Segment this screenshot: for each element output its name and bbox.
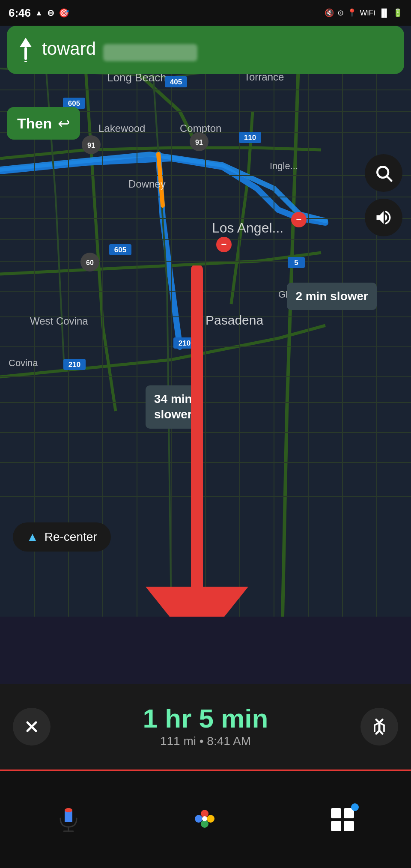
svg-text:5: 5 xyxy=(294,259,298,267)
svg-text:91: 91 xyxy=(195,139,203,146)
nav-street-blurred xyxy=(103,44,197,61)
traffic-delay-box-1: 2 min slower xyxy=(287,283,377,310)
battery-icon: 🔋 xyxy=(393,8,402,18)
svg-text:110: 110 xyxy=(244,134,256,142)
volume-button[interactable] xyxy=(365,199,402,236)
microphone-button[interactable] xyxy=(47,798,90,841)
svg-text:Los Angel...: Los Angel... xyxy=(212,220,283,236)
then-turn-arrow: ↩ xyxy=(58,115,70,132)
google-assistant-button[interactable] xyxy=(184,798,227,841)
nav-instruction-banner: toward xyxy=(7,26,404,74)
svg-rect-86 xyxy=(331,821,341,831)
svg-rect-87 xyxy=(344,821,354,831)
then-label: Then xyxy=(17,115,52,132)
traffic-delay-box-2: 34 minslower xyxy=(146,385,201,429)
svg-text:605: 605 xyxy=(68,99,80,107)
apps-button[interactable] xyxy=(321,798,364,841)
recenter-label: Re-center xyxy=(45,530,97,544)
eta-section: 1 hr 5 min 111 mi • 8:41 AM xyxy=(51,705,360,748)
svg-text:605: 605 xyxy=(114,246,126,254)
svg-text:210: 210 xyxy=(68,361,80,369)
svg-line-67 xyxy=(387,176,391,181)
location-icon: 📍 xyxy=(347,8,357,18)
direction-arrow-up xyxy=(20,38,32,62)
svg-text:Lakewood: Lakewood xyxy=(98,122,145,134)
signal-icon: ▐▌ xyxy=(378,9,390,18)
svg-text:60: 60 xyxy=(86,259,94,266)
svg-text:Compton: Compton xyxy=(180,122,221,134)
svg-text:91: 91 xyxy=(87,142,95,149)
svg-text:Covina: Covina xyxy=(9,358,38,368)
mute-icon: 🔇 xyxy=(325,8,334,18)
google-assistant-icon xyxy=(188,802,223,837)
mic-icon xyxy=(54,805,83,835)
search-button[interactable] xyxy=(365,154,402,192)
status-time: 6:46 xyxy=(9,6,31,20)
svg-text:210: 210 xyxy=(179,339,191,347)
svg-text:Downey: Downey xyxy=(128,178,166,190)
bottom-nav-panel: 1 hr 5 min 111 mi • 8:41 AM xyxy=(0,684,411,770)
eta-dot: • xyxy=(200,734,207,748)
svg-text:Pasadena: Pasadena xyxy=(206,313,263,327)
nav-instruction-text: toward xyxy=(42,39,197,62)
wifi-icon: WiFi xyxy=(360,9,375,18)
svg-text:405: 405 xyxy=(170,78,182,86)
steering-wheel-icon: 🎯 xyxy=(59,8,69,18)
minus-circle-icon: ⊖ xyxy=(47,8,54,18)
recenter-button[interactable]: ▲ Re-center xyxy=(13,522,111,552)
svg-text:Ingle...: Ingle... xyxy=(270,161,298,171)
apps-notification-dot xyxy=(351,803,359,811)
svg-text:West Covina: West Covina xyxy=(30,315,88,327)
eta-time: 1 hr 5 min xyxy=(51,705,360,732)
svg-point-81 xyxy=(207,815,214,823)
svg-point-83 xyxy=(202,816,207,821)
svg-rect-75 xyxy=(65,808,72,812)
traffic-incident-2: − xyxy=(216,237,232,252)
nav-indicator: ▲ xyxy=(35,9,43,18)
eta-details: 111 mi • 8:41 AM xyxy=(51,734,360,748)
status-left: 6:46 ▲ ⊖ 🎯 xyxy=(9,6,69,20)
status-right-icons: 🔇 ⊙ 📍 WiFi ▐▌ 🔋 xyxy=(325,8,403,18)
then-banner: Then ↩ xyxy=(7,107,80,140)
status-bar: 6:46 ▲ ⊖ 🎯 🔇 ⊙ 📍 WiFi ▐▌ 🔋 xyxy=(0,0,411,26)
svg-rect-84 xyxy=(331,808,341,818)
route-options-button[interactable] xyxy=(360,708,398,746)
svg-point-79 xyxy=(195,815,203,823)
bottom-toolbar xyxy=(0,770,411,868)
battery-saver-icon: ⊙ xyxy=(337,8,344,18)
traffic-incident-1: − xyxy=(291,212,307,227)
svg-rect-76 xyxy=(65,817,72,822)
cancel-navigation-button[interactable] xyxy=(13,708,51,746)
recenter-icon: ▲ xyxy=(27,530,39,544)
